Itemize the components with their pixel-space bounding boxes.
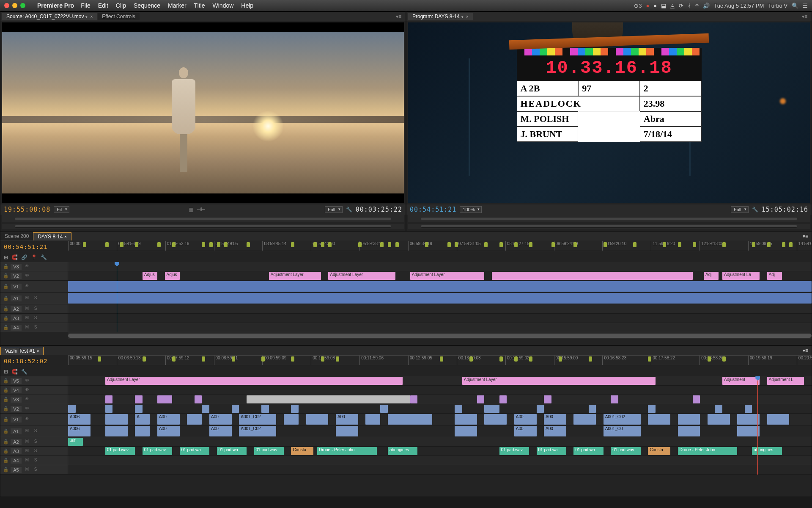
clip[interactable]: Adjustment Layer [462, 377, 656, 385]
lock-icon[interactable]: 🔒 [3, 428, 8, 434]
clip[interactable] [68, 293, 812, 304]
lock-icon[interactable]: 🔒 [3, 417, 8, 422]
clip[interactable]: A00 [336, 414, 358, 425]
nest-icon[interactable]: ⊞ [4, 254, 8, 260]
clip[interactable] [648, 414, 670, 425]
track-label[interactable]: A4 [11, 458, 22, 464]
mute-toggle[interactable]: M [24, 428, 30, 434]
clip[interactable]: A001_C02 [604, 414, 641, 425]
panel-menu-icon[interactable]: ▾≡ [393, 14, 404, 19]
clip[interactable]: Drone - Peter John [317, 447, 377, 455]
source-tc-in[interactable]: 19:55:08:08 [4, 206, 50, 213]
clip[interactable] [247, 395, 410, 403]
track-V4[interactable]: 🔒V4👁 [0, 386, 812, 395]
panel-menu-icon[interactable]: ▾≡ [799, 14, 810, 19]
dropbox-icon[interactable]: ⬓ [661, 3, 666, 9]
lock-icon[interactable]: 🔒 [3, 378, 8, 384]
clip[interactable] [365, 414, 380, 425]
source-quality-dropdown[interactable]: Full [325, 206, 343, 213]
track-A2[interactable]: 🔒A2MS [0, 304, 812, 314]
track-A3[interactable]: 🔒A3MS [0, 314, 812, 323]
track-V2[interactable]: 🔒V2👁 [0, 404, 812, 414]
clip[interactable] [767, 414, 790, 425]
clip[interactable] [105, 426, 128, 436]
timeline-tab-days[interactable]: DAYS 8-14 × [33, 232, 71, 240]
track-label[interactable]: V2 [11, 406, 22, 412]
list-icon[interactable]: ☰ [803, 3, 808, 9]
mute-toggle[interactable]: M [24, 315, 30, 321]
clip[interactable] [306, 414, 329, 425]
lock-icon[interactable]: 🔒 [3, 306, 8, 312]
track-label[interactable]: V3 [11, 397, 22, 403]
clip[interactable]: A001_C02 [239, 426, 276, 436]
insert-icon[interactable]: ⊣⊢ [197, 207, 205, 213]
safe-margins-icon[interactable]: ▦ [189, 207, 193, 213]
track-label[interactable]: A1 [11, 428, 22, 434]
clip[interactable]: Adjus [143, 272, 157, 280]
track-label[interactable]: V4 [11, 387, 22, 393]
clip[interactable] [157, 395, 172, 403]
clip[interactable]: Adjustment Layer [105, 377, 403, 385]
clip[interactable]: 01 pad.wav [143, 447, 172, 455]
marker-tool-icon[interactable]: 📍 [31, 254, 37, 260]
clip[interactable]: Adjustment [722, 377, 760, 385]
clip[interactable] [195, 395, 202, 403]
settings-icon[interactable]: 🔧 [752, 207, 758, 213]
clip[interactable]: A00 [544, 426, 566, 436]
mute-toggle[interactable]: M [24, 306, 30, 312]
menu-edit[interactable]: Edit [98, 2, 108, 9]
lock-icon[interactable]: 🔒 [3, 406, 8, 411]
solo-toggle[interactable]: S [33, 439, 38, 445]
clip[interactable]: 01 pad.wa [573, 447, 603, 455]
nest-icon[interactable]: ⊞ [4, 369, 8, 375]
program-tab[interactable]: Program: DAYS 8-14▾× [408, 13, 473, 20]
solo-toggle[interactable]: S [33, 325, 38, 331]
clip[interactable] [708, 414, 730, 425]
effect-controls-tab[interactable]: Effect Controls [98, 13, 139, 20]
track-V1[interactable]: 🔒V1👁A006AA00A00A001_C02A00A00A00A001_C02 [0, 414, 812, 425]
wrench-icon[interactable]: 🔧 [21, 369, 27, 375]
clip[interactable] [455, 426, 477, 436]
clip[interactable] [737, 426, 760, 436]
clip[interactable]: Adjustment Layer [328, 272, 395, 280]
clip[interactable] [455, 405, 462, 413]
mute-toggle[interactable]: M [24, 295, 30, 301]
clip[interactable] [187, 414, 202, 425]
track-V3[interactable]: 🔒V3👁 [0, 395, 812, 404]
clip[interactable] [410, 395, 418, 403]
eye-icon[interactable]: 👁 [24, 387, 30, 393]
timeline-tab-scene200[interactable]: Scene 200 [0, 232, 33, 240]
clip[interactable]: A00 [209, 414, 232, 425]
mute-toggle[interactable]: M [24, 325, 30, 331]
eye-icon[interactable]: 👁 [24, 273, 30, 279]
lock-icon[interactable]: 🔒 [3, 264, 8, 269]
program-quality-dropdown[interactable]: Full [731, 206, 749, 213]
track-V3[interactable]: 🔒V3👁 [0, 262, 812, 271]
clip[interactable] [477, 395, 485, 403]
clip[interactable] [611, 395, 618, 403]
clip[interactable]: Adjustment Layer [269, 272, 321, 280]
clip[interactable] [135, 405, 143, 413]
program-scrubber[interactable] [408, 215, 810, 222]
source-fit-dropdown[interactable]: Fit [54, 206, 69, 213]
app-name[interactable]: Premiere Pro [37, 2, 74, 9]
bluetooth-icon[interactable]: ᚼ [688, 3, 691, 9]
clip[interactable]: aborigines [752, 447, 782, 455]
clip[interactable] [589, 405, 596, 413]
track-label[interactable]: A5 [11, 467, 22, 473]
close-window-icon[interactable] [4, 3, 9, 8]
wifi-icon[interactable]: ⌔ [695, 3, 699, 9]
clip[interactable] [388, 414, 432, 425]
eye-icon[interactable]: 👁 [24, 284, 30, 290]
program-tc-in[interactable]: 00:54:51:21 [410, 206, 456, 213]
mute-toggle[interactable]: M [24, 439, 30, 445]
eye-icon[interactable]: 👁 [24, 378, 30, 384]
clip[interactable]: Adjustment La [722, 272, 760, 280]
clip[interactable] [135, 426, 150, 436]
clip[interactable]: Adjus [165, 272, 180, 280]
menu-sequence[interactable]: Sequence [134, 2, 160, 9]
clip[interactable]: Consta [291, 447, 313, 455]
clip[interactable]: 01 pad.wav [499, 447, 529, 455]
track-label[interactable]: V5 [11, 378, 22, 384]
clip[interactable] [544, 395, 551, 403]
